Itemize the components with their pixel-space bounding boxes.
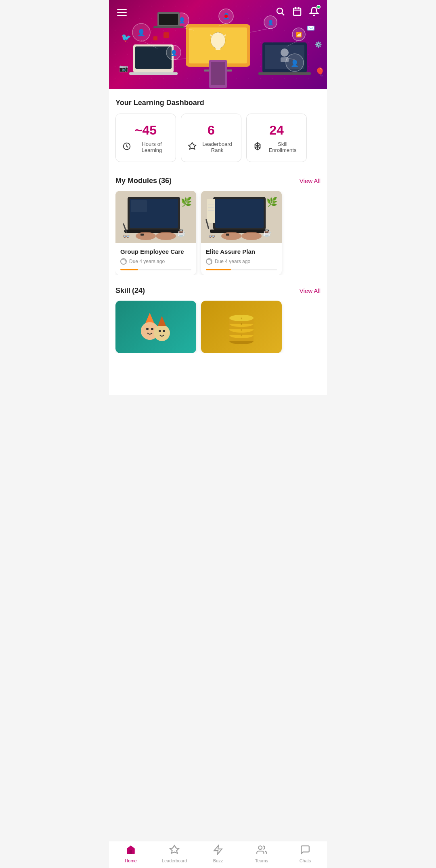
svg-text:👤: 👤: [137, 29, 145, 36]
modules-view-all[interactable]: View All: [300, 177, 321, 184]
modules-title: My Modules: [115, 177, 157, 185]
hamburger-menu-button[interactable]: [117, 9, 127, 16]
module-thumbnail-2: 🌿 ☕ 👓: [201, 191, 282, 243]
skills-title: Skill: [115, 287, 130, 295]
svg-text:📷: 📷: [119, 64, 128, 73]
notification-icon[interactable]: [309, 6, 319, 19]
skills-header: Skill (24) View All: [115, 287, 321, 295]
main-content: Your Learning Dashboard ~45 Hours of Lea…: [109, 89, 327, 395]
calendar-icon[interactable]: [292, 6, 302, 19]
modules-title-group: My Modules (36): [115, 177, 172, 185]
svg-point-97: [163, 330, 165, 332]
skill-label-group: Skill Enrollments: [253, 141, 300, 153]
svg-point-93: [146, 328, 149, 330]
module-info-2: Elite Assure Plan Due 4 years ago: [201, 243, 282, 275]
skill-thumbnail-2: $ $ $ $: [201, 301, 282, 353]
modules-header: My Modules (36) View All: [115, 177, 321, 185]
due-text-1: Due 4 years ago: [129, 259, 165, 264]
notification-badge: [317, 5, 321, 9]
hours-learning-card: ~45 Hours of Learning: [115, 114, 176, 162]
rank-value: 6: [208, 123, 215, 138]
svg-rect-16: [135, 46, 172, 69]
module-card[interactable]: 🌿 ☕ 👓: [115, 191, 196, 275]
due-circle-icon-1: [120, 258, 127, 265]
svg-text:👓: 👓: [123, 233, 130, 240]
clock-icon: [122, 142, 131, 152]
module-info-1: Group Employee Care Due 4 years ago: [115, 243, 196, 275]
svg-rect-56: [153, 26, 184, 28]
skills-count: (24): [132, 287, 145, 295]
medal-icon: [188, 142, 197, 152]
skill-card-1[interactable]: [115, 301, 196, 353]
svg-point-72: [156, 232, 176, 240]
svg-point-8: [211, 32, 225, 48]
hours-value: ~45: [135, 123, 157, 138]
svg-point-95: [154, 325, 170, 341]
modules-list: 🌿 ☕ 👓: [115, 191, 321, 275]
modules-count: (36): [159, 177, 172, 185]
svg-rect-67: [124, 230, 183, 233]
dashboard-title: Your Learning Dashboard: [115, 99, 321, 107]
svg-rect-53: [153, 36, 157, 40]
skill-thumb-gold: $ $ $ $: [201, 301, 282, 353]
svg-rect-77: [215, 199, 264, 228]
module-thumbnail-1: 🌿 ☕ 👓: [115, 191, 196, 243]
hours-label-group: Hours of Learning: [122, 141, 169, 153]
svg-rect-17: [129, 72, 178, 75]
svg-rect-85: [207, 199, 215, 223]
hours-label: Hours of Learning: [134, 141, 169, 153]
module-progress-bar-1: [120, 269, 191, 270]
skills-section: Skill (24) View All: [115, 287, 321, 353]
svg-rect-24: [211, 62, 225, 85]
svg-text:👤: 👤: [291, 59, 299, 67]
skill-enrollments-card: 24 Skill Enrollments: [246, 114, 307, 162]
svg-point-0: [277, 8, 283, 14]
module-card-2[interactable]: 🌿 ☕ 👓: [201, 191, 282, 275]
due-text-2: Due 4 years ago: [215, 259, 250, 264]
module-progress-fill-1: [120, 269, 138, 270]
skill-thumb-teal: [115, 301, 196, 353]
svg-rect-73: [140, 234, 144, 236]
due-circle-icon-2: [206, 258, 212, 265]
network-icon: [253, 142, 262, 152]
module-due-1: Due 4 years ago: [120, 258, 191, 265]
bottom-spacer: [115, 353, 321, 386]
rank-label-group: Leaderboard Rank: [188, 141, 235, 153]
skill-value: 24: [269, 123, 284, 138]
svg-point-82: [221, 232, 241, 240]
module-progress-fill-2: [206, 269, 231, 270]
svg-text:☕: ☕: [177, 228, 186, 237]
skills-title-group: Skill (24): [115, 287, 145, 295]
rank-label: Leaderboard Rank: [200, 141, 235, 153]
svg-marker-58: [189, 143, 196, 150]
stats-row: ~45 Hours of Learning 6: [115, 114, 321, 165]
svg-text:🌿: 🌿: [266, 196, 278, 207]
module-progress-bar-2: [206, 269, 277, 270]
svg-rect-84: [226, 234, 229, 236]
svg-point-96: [159, 330, 161, 332]
svg-text:✉️: ✉️: [307, 24, 315, 32]
dashboard-section: Your Learning Dashboard ~45 Hours of Lea…: [115, 99, 321, 165]
desk-scene-1: 🌿 ☕ 👓: [115, 191, 196, 243]
svg-rect-78: [210, 230, 269, 233]
svg-marker-98: [158, 316, 166, 326]
svg-rect-2: [293, 8, 301, 15]
skill-thumbnail-1: [115, 301, 196, 353]
svg-point-20: [281, 48, 289, 57]
module-name-2: Elite Assure Plan: [206, 248, 277, 255]
skill-card-2[interactable]: $ $ $ $: [201, 301, 282, 353]
svg-point-71: [136, 232, 156, 240]
svg-rect-66: [131, 200, 147, 212]
svg-point-83: [241, 232, 262, 240]
module-1-illustration: 🌿 ☕ 👓: [115, 191, 196, 243]
desk-scene-2: 🌿 ☕ 👓: [201, 191, 282, 243]
skills-view-all[interactable]: View All: [300, 287, 321, 294]
svg-text:👓: 👓: [208, 233, 216, 240]
svg-rect-52: [164, 32, 169, 38]
search-icon[interactable]: [275, 6, 285, 19]
leaderboard-rank-card: 6 Leaderboard Rank: [181, 114, 241, 162]
svg-point-94: [151, 328, 153, 330]
svg-line-40: [250, 28, 270, 32]
skill-1-illustration: [138, 309, 174, 345]
module-due-2: Due 4 years ago: [206, 258, 277, 265]
